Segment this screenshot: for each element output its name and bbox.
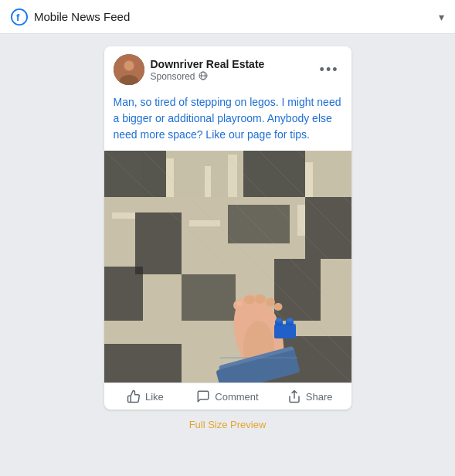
post-card: Downriver Real Estate Sponsored ••• Man,… — [104, 46, 351, 410]
top-bar-left: f Mobile News Feed — [11, 8, 130, 26]
page-name: Downriver Real Estate — [151, 57, 265, 71]
page-info: Downriver Real Estate Sponsored — [151, 57, 265, 82]
svg-rect-13 — [228, 205, 290, 243]
svg-rect-15 — [104, 267, 143, 321]
comment-icon — [196, 389, 210, 403]
svg-rect-10 — [104, 151, 166, 197]
like-button[interactable]: Like — [104, 383, 187, 410]
top-bar-title: Mobile News Feed — [34, 10, 130, 23]
svg-point-47 — [276, 318, 282, 322]
svg-rect-21 — [205, 166, 211, 197]
like-label: Like — [145, 391, 164, 403]
globe-icon — [199, 71, 208, 82]
more-options-button[interactable]: ••• — [317, 59, 342, 81]
svg-rect-11 — [243, 151, 305, 197]
card-header-left: Downriver Real Estate Sponsored — [114, 54, 265, 85]
svg-rect-22 — [228, 155, 237, 197]
svg-rect-18 — [104, 344, 182, 382]
svg-point-36 — [255, 294, 266, 304]
sponsored-row: Sponsored — [151, 71, 265, 82]
post-text: Man, so tired of stepping on legos. I mi… — [104, 90, 351, 151]
comment-button[interactable]: Comment — [186, 383, 269, 410]
full-size-preview[interactable]: Full Size Preview — [189, 419, 267, 430]
svg-rect-16 — [182, 274, 236, 321]
comment-label: Comment — [215, 391, 258, 403]
facebook-icon: f — [11, 8, 28, 26]
svg-rect-23 — [305, 162, 313, 197]
svg-rect-14 — [305, 197, 351, 259]
card-header: Downriver Real Estate Sponsored ••• — [104, 46, 351, 90]
share-label: Share — [306, 391, 333, 403]
svg-rect-12 — [135, 212, 182, 274]
svg-point-38 — [273, 303, 282, 311]
svg-rect-24 — [112, 212, 135, 219]
svg-point-37 — [266, 298, 275, 307]
share-button[interactable]: Share — [269, 383, 351, 410]
top-bar: f Mobile News Feed ▾ — [0, 0, 455, 34]
sponsored-label: Sponsored — [151, 71, 195, 82]
svg-text:f: f — [16, 11, 20, 22]
svg-rect-26 — [297, 205, 305, 236]
avatar — [114, 54, 144, 85]
svg-point-39 — [236, 301, 243, 306]
svg-point-35 — [244, 295, 255, 304]
svg-point-48 — [287, 318, 293, 322]
avatar-image — [114, 54, 144, 85]
chevron-down-icon[interactable]: ▾ — [439, 11, 444, 23]
svg-point-5 — [124, 61, 134, 70]
svg-rect-17 — [274, 259, 321, 321]
svg-rect-44 — [274, 325, 296, 338]
like-icon — [127, 389, 141, 403]
action-bar: Like Comment Share — [104, 382, 351, 410]
share-icon — [287, 389, 301, 403]
post-image — [104, 151, 351, 382]
